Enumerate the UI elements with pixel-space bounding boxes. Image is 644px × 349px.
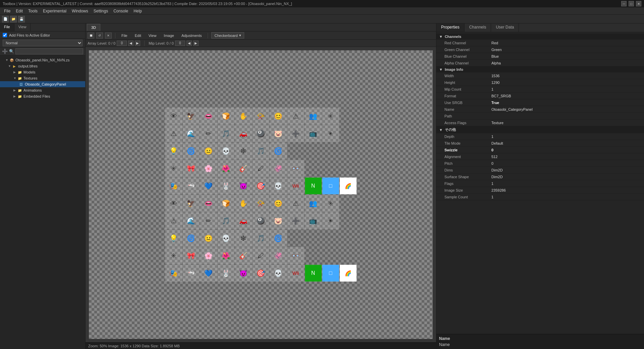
search-input[interactable] xyxy=(15,48,83,54)
separator-3 xyxy=(144,41,145,46)
toolbar-save-btn[interactable]: 💾 xyxy=(18,16,25,22)
mip-next-btn[interactable]: ▶ xyxy=(193,41,199,46)
close-button[interactable]: ✕ xyxy=(636,1,641,6)
img-zoom-btn[interactable]: 🔲 xyxy=(88,33,94,39)
menu-settings[interactable]: Settings xyxy=(91,8,111,14)
add-files-checkbox[interactable] xyxy=(3,33,7,37)
tree-models[interactable]: ▶ 📁 Models xyxy=(0,69,85,75)
tex-icon-89: ✳ xyxy=(165,247,182,264)
tex-icon-81: 💀 xyxy=(218,230,234,247)
array-next-btn[interactable]: ▶ xyxy=(135,41,140,46)
right-tab-channels[interactable]: Channels xyxy=(465,23,491,32)
prop-name-pitch: Pitch xyxy=(444,161,491,165)
normal-select[interactable]: Normal xyxy=(3,40,83,46)
add-icon[interactable]: ➕ xyxy=(2,49,8,54)
menu-file[interactable]: File xyxy=(1,8,13,14)
section-other-label: その他 xyxy=(445,127,456,132)
center-tab-3d[interactable]: 3D xyxy=(87,24,100,31)
normal-row: Normal xyxy=(0,39,85,47)
right-tab-userdata[interactable]: User Data xyxy=(491,23,519,32)
separator-1 xyxy=(115,33,115,38)
checkerboard-btn[interactable]: Checkerboard ▾ xyxy=(211,32,244,39)
tree-root[interactable]: ▼ 📦 Otoasobi_panel.Nin_NX_NVN.zs xyxy=(0,57,85,63)
folder-icon-textures: 📁 xyxy=(17,76,22,81)
tex-icon-21: ✴ xyxy=(322,125,339,142)
tex-icon-105: 🎯 xyxy=(253,265,269,282)
prop-name-dims: Dims xyxy=(444,168,491,172)
menu-help[interactable]: Help xyxy=(131,8,145,14)
array-mip-bar: Array Level: 0 / 0 ◀ ▶ Mip Level: 0 / 0 … xyxy=(86,40,436,47)
img-clear-btn[interactable]: ✕ xyxy=(105,33,112,39)
img-reload-btn[interactable]: ↺ xyxy=(96,33,103,39)
main-layout: File View Add Files to Active Editor Nor… xyxy=(0,23,644,349)
img-menu-edit[interactable]: Edit xyxy=(132,33,144,38)
toolbar-open-btn[interactable]: 📁 xyxy=(10,16,17,22)
minimize-button[interactable]: ─ xyxy=(621,1,627,6)
tex-icon-15: 🎵 xyxy=(218,125,234,142)
tex-icon-47: 💙 xyxy=(200,178,217,194)
menu-tools[interactable]: Tools xyxy=(25,8,40,14)
tab-view[interactable]: View xyxy=(14,23,31,31)
prop-val-alignment: 512 xyxy=(491,155,641,159)
left-tabs: File View xyxy=(0,23,85,32)
right-tab-properties[interactable]: Properties xyxy=(436,23,465,32)
tree-animations[interactable]: ▶ 📁 Animations xyxy=(0,87,85,93)
tex-icon-74: ➕ xyxy=(287,212,304,229)
img-menu-file[interactable]: File xyxy=(119,33,130,38)
prop-flags: Flags 1 xyxy=(436,180,644,187)
prop-name-flags: Flags xyxy=(444,182,491,186)
tex-icon-1: 👁 xyxy=(165,108,182,124)
prop-red-channel: Red Channel Red xyxy=(436,40,644,46)
prop-name-imagesize: Image Size xyxy=(444,188,491,192)
maximize-button[interactable]: □ xyxy=(629,1,634,6)
tree-category-panel[interactable]: 🖼 Otoasobi_CategoryPanel xyxy=(0,81,85,87)
section-channels[interactable]: ▼ Channels xyxy=(436,34,644,40)
prop-name-surfaceshape: Surface Shape xyxy=(444,175,491,179)
img-menu-image[interactable]: Image xyxy=(161,33,177,38)
prop-name-width: Width xyxy=(444,74,491,78)
tex-icon-51: 💀 xyxy=(270,178,287,194)
tex-icon-108: N xyxy=(305,265,322,282)
tex-icon-110: 🌈 xyxy=(340,265,357,282)
window-title: Toolbox | Version: EXPERIMENTAL_LATEST |… xyxy=(3,2,292,6)
toolbar-new-btn[interactable]: 📄 xyxy=(2,16,9,22)
prop-name-alignment: Alignment xyxy=(444,155,491,159)
expand-root: ▼ xyxy=(5,58,9,62)
tex-icon-64: 👥 xyxy=(305,195,322,212)
prop-val-green: Green xyxy=(491,48,641,52)
tab-file[interactable]: File xyxy=(0,23,14,31)
section-imageinfo[interactable]: ▼ Image Info xyxy=(436,66,644,72)
tex-icon-9: 👥 xyxy=(305,108,322,124)
mip-level-input[interactable] xyxy=(175,41,185,46)
tex-icon-7: 😊 xyxy=(270,108,287,124)
prop-depth: Depth 1 xyxy=(436,133,644,140)
menu-windows[interactable]: Windows xyxy=(69,8,91,14)
tex-icon-92: 🌺 xyxy=(218,247,234,264)
tex-icon-57: 🦅 xyxy=(183,195,200,212)
tex-icon-20: 📺 xyxy=(305,125,322,142)
array-prev-btn[interactable]: ◀ xyxy=(128,41,133,46)
tree-textures[interactable]: ▼ 📁 Textures xyxy=(0,75,85,81)
folder-icon-embedded: 📁 xyxy=(17,94,22,99)
img-menu-adjustments[interactable]: Adjustments xyxy=(179,33,205,38)
expand-output: ▼ xyxy=(8,64,11,68)
prop-name-blue: Blue Channel xyxy=(444,54,491,58)
image-canvas[interactable]: 👁 🦅 👄 🍞 ✋ 📯 😊 ⚠ 👥 ✳ ⚠ 🌊 ✏ 🎵 � xyxy=(86,47,436,342)
mip-prev-btn[interactable]: ◀ xyxy=(186,41,192,46)
tex-icon-68: 🌊 xyxy=(183,212,200,229)
menu-experimental[interactable]: Experimental xyxy=(40,8,69,14)
img-menu-view[interactable]: View xyxy=(146,33,159,38)
tex-icon-17: 🎱 xyxy=(253,125,269,142)
prop-swizzle: Swizzle 0 xyxy=(436,147,644,153)
section-other[interactable]: ▼ その他 xyxy=(436,126,644,133)
array-level-input[interactable] xyxy=(117,41,127,46)
tex-icon-14: ✏ xyxy=(200,125,217,142)
mip-level-control: Mip Level: 0 / 0 ◀ ▶ xyxy=(149,41,199,46)
tex-icon-83: 🎵 xyxy=(253,230,269,247)
tex-icon-29: 🌀 xyxy=(270,143,287,159)
tree-output-bfres[interactable]: ▼ ▶ output.bfres xyxy=(0,63,85,69)
tree-embedded[interactable]: ▶ 📁 Embedded Files xyxy=(0,93,85,99)
tex-icon-63: ⚠ xyxy=(287,195,304,212)
menu-edit[interactable]: Edit xyxy=(13,8,25,14)
menu-console[interactable]: Console xyxy=(111,8,131,14)
